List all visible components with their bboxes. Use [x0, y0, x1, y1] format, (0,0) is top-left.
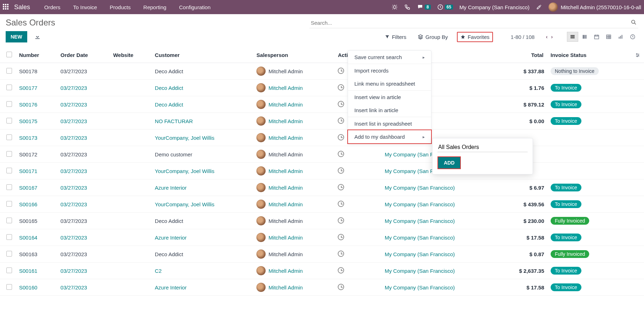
- col-customer[interactable]: Customer: [151, 47, 253, 63]
- order-number[interactable]: S00161: [19, 268, 37, 274]
- order-number[interactable]: S00178: [19, 68, 37, 74]
- clock-icon[interactable]: [338, 101, 344, 107]
- order-date[interactable]: 03/27/2023: [60, 235, 87, 241]
- order-date[interactable]: 03/27/2023: [60, 135, 87, 141]
- order-date[interactable]: 03/27/2023: [60, 201, 87, 207]
- table-row[interactable]: S00166 03/27/2023 YourCompany, Joel Will…: [0, 196, 644, 213]
- view-calendar-icon[interactable]: [591, 32, 602, 42]
- company-link[interactable]: My Company (San Francisco): [385, 235, 455, 241]
- order-number[interactable]: S00175: [19, 118, 37, 124]
- search-input[interactable]: [309, 18, 638, 28]
- clock-icon[interactable]: [338, 267, 344, 274]
- col-salesperson[interactable]: Salesperson: [253, 47, 334, 63]
- table-row[interactable]: S00175 03/27/2023 NO FACTURAR Mitchell A…: [0, 113, 644, 130]
- groupby-button[interactable]: Group By: [416, 33, 450, 41]
- pager-prev[interactable]: ‹: [546, 34, 548, 40]
- table-row[interactable]: S00164 03/27/2023 Azure Interior Mitchel…: [0, 229, 644, 246]
- order-date[interactable]: 03/27/2023: [60, 185, 87, 191]
- row-checkbox[interactable]: [6, 101, 12, 107]
- view-graph-icon[interactable]: [615, 32, 626, 42]
- tools-icon[interactable]: [536, 4, 542, 10]
- col-order-date[interactable]: Order Date: [57, 47, 110, 63]
- salesperson-link[interactable]: Mitchell Admin: [268, 118, 303, 124]
- salesperson-link[interactable]: Mitchell Admin: [268, 284, 303, 290]
- row-checkbox[interactable]: [6, 68, 12, 74]
- menu-products[interactable]: Products: [104, 1, 136, 13]
- salesperson-link[interactable]: Mitchell Admin: [268, 201, 303, 207]
- search-icon[interactable]: [631, 19, 637, 25]
- col-total[interactable]: Total: [499, 47, 547, 63]
- table-row[interactable]: S00161 03/27/2023 C2 Mitchell Admin My C…: [0, 263, 644, 279]
- company-link[interactable]: My Company (San Francisco): [385, 185, 455, 191]
- fav-add-dashboard[interactable]: Add to my dashboard▸: [347, 130, 432, 144]
- fav-insert-view[interactable]: Insert view in article: [348, 91, 431, 104]
- clock-icon[interactable]: [338, 201, 344, 207]
- salesperson-link[interactable]: Mitchell Admin: [268, 268, 303, 274]
- order-number[interactable]: S00164: [19, 235, 37, 241]
- order-number[interactable]: S00160: [19, 284, 37, 290]
- table-row[interactable]: S00173 03/27/2023 YourCompany, Joel Will…: [0, 130, 644, 146]
- view-pivot-icon[interactable]: [603, 32, 614, 42]
- fav-link-menu[interactable]: Link menu in spreadsheet: [348, 77, 431, 90]
- dashboard-name-input[interactable]: [437, 143, 528, 152]
- col-website[interactable]: Website: [110, 47, 151, 63]
- customer-link[interactable]: Deco Addict: [155, 102, 183, 108]
- row-checkbox[interactable]: [6, 168, 12, 173]
- order-date[interactable]: 03/27/2023: [60, 102, 87, 108]
- salesperson-link[interactable]: Mitchell Admin: [268, 185, 303, 191]
- customer-link[interactable]: YourCompany, Joel Willis: [155, 201, 214, 207]
- table-row[interactable]: S00160 03/27/2023 Azure Interior Mitchel…: [0, 279, 644, 296]
- row-checkbox[interactable]: [6, 267, 12, 273]
- menu-orders[interactable]: Orders: [39, 1, 66, 13]
- view-activity-icon[interactable]: [627, 32, 638, 42]
- row-checkbox[interactable]: [6, 151, 12, 157]
- order-number[interactable]: S00165: [19, 218, 37, 224]
- row-checkbox[interactable]: [6, 184, 12, 190]
- company-link[interactable]: My Company (San Francisco): [385, 251, 455, 257]
- table-row[interactable]: S00177 03/27/2023 Deco Addict Mitchell A…: [0, 80, 644, 96]
- row-checkbox[interactable]: [6, 201, 12, 207]
- order-date[interactable]: 03/27/2023: [60, 284, 87, 290]
- fav-insert-list[interactable]: Insert list in spreadsheet: [348, 117, 431, 130]
- new-button[interactable]: NEW: [6, 31, 27, 42]
- table-row[interactable]: S00178 03/27/2023 Deco Addict Mitchell A…: [0, 63, 644, 80]
- order-number[interactable]: S00171: [19, 168, 37, 174]
- pager-next[interactable]: ›: [551, 34, 553, 40]
- table-row[interactable]: S00165 03/27/2023 Deco Addict Mitchell A…: [0, 213, 644, 229]
- salesperson-link[interactable]: Mitchell Admin: [268, 135, 303, 141]
- user-menu[interactable]: Mitchell Admin (25570010-16-0-all: [549, 2, 641, 12]
- company-link[interactable]: My Company (San Francisco): [385, 268, 455, 274]
- row-checkbox[interactable]: [6, 118, 12, 123]
- order-number[interactable]: S00166: [19, 201, 37, 207]
- menu-to-invoice[interactable]: To Invoice: [68, 1, 103, 13]
- clock-icon[interactable]: [338, 68, 344, 74]
- menu-reporting[interactable]: Reporting: [138, 1, 172, 13]
- bug-icon[interactable]: [391, 4, 398, 10]
- filters-button[interactable]: Filters: [383, 33, 408, 41]
- clock-icon[interactable]: [338, 234, 344, 240]
- row-checkbox[interactable]: [6, 234, 12, 240]
- row-checkbox[interactable]: [6, 134, 12, 140]
- view-kanban-icon[interactable]: [579, 32, 590, 42]
- customer-link[interactable]: YourCompany, Joel Willis: [155, 168, 214, 174]
- order-date[interactable]: 03/27/2023: [60, 118, 87, 124]
- clock-icon[interactable]: [338, 184, 344, 190]
- order-date[interactable]: 03/27/2023: [60, 168, 87, 174]
- row-checkbox[interactable]: [6, 251, 12, 257]
- app-brand[interactable]: Sales: [14, 4, 30, 11]
- order-number[interactable]: S00172: [19, 151, 37, 157]
- fav-insert-link[interactable]: Insert link in article: [348, 104, 431, 117]
- table-row[interactable]: S00163 03/27/2023 Deco Addict Mitchell A…: [0, 246, 644, 263]
- phone-icon[interactable]: [404, 4, 411, 10]
- order-number[interactable]: S00173: [19, 135, 37, 141]
- select-all-checkbox[interactable]: [6, 52, 12, 57]
- pager-text[interactable]: 1-80 / 108: [511, 34, 535, 40]
- customer-link[interactable]: Deco Addict: [155, 85, 183, 91]
- add-button[interactable]: ADD: [437, 156, 461, 169]
- clock-icon[interactable]: [338, 167, 344, 174]
- salesperson-link[interactable]: Mitchell Admin: [268, 85, 303, 91]
- table-row[interactable]: S00167 03/27/2023 Azure Interior Mitchel…: [0, 179, 644, 196]
- order-number[interactable]: S00177: [19, 85, 37, 91]
- company-link[interactable]: My Company (San Francisco): [385, 218, 455, 224]
- activities-icon[interactable]: 65: [437, 4, 453, 10]
